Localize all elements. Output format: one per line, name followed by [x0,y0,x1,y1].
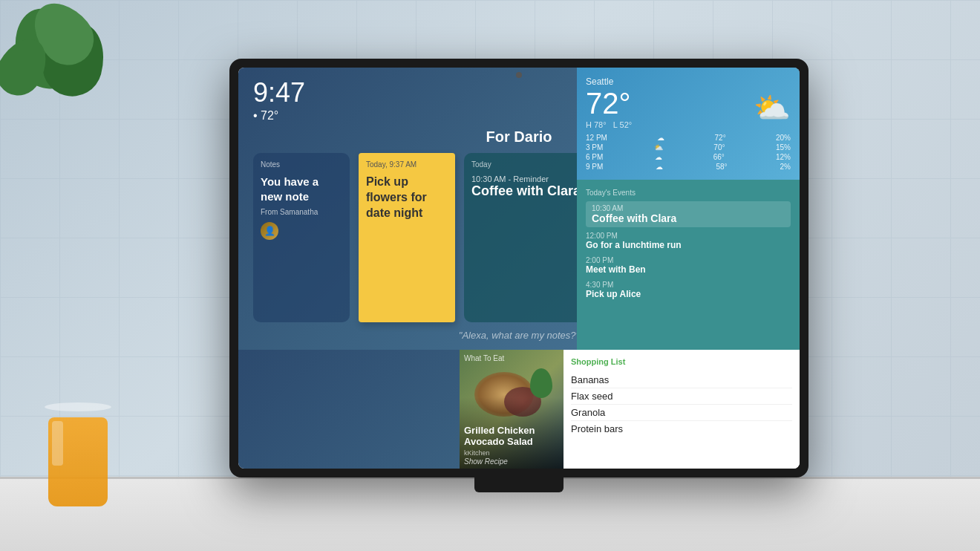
food-source: kKitchen [464,449,490,457]
weather-hourly-row: 12 PM☁72°20% [586,134,791,142]
note-title: You have a new note [261,175,342,203]
weather-hourly-row: 6 PM☁66°12% [586,153,791,161]
event-item: 2:00 PMMeet with Ben [586,256,791,275]
note-from: From Samanatha [261,208,342,216]
weather-hi-lo: H 78° L 52° [586,120,632,129]
temperature-display: • 72° [253,109,305,123]
event-item: 10:30 AMCoffee with Clara [586,201,791,227]
food-label: What To Eat [464,354,504,362]
tv-stand [474,477,564,492]
weather-hourly: 12 PM☁72°20%3 PM⛅70°15%6 PM☁66°12%9 PM☁5… [586,134,791,171]
time-weather: 9:47 • 72° [253,79,305,123]
event-item: 4:30 PMPick up Alice [586,281,791,299]
weather-hourly-row: 3 PM⛅70°15% [586,143,791,151]
shopping-item: Granola [571,405,792,421]
events-label: Today's Events [586,189,791,197]
tv-device: 9:47 • 72° 👤 Hi, Dario For Dari [229,59,808,492]
show-recipe-button[interactable]: Show Recipe [464,457,508,466]
sticky-date: Today, 9:37 AM [366,160,448,169]
plant-decoration [0,0,119,163]
shopping-item: Flax seed [571,388,792,405]
tv-screen: 9:47 • 72° 👤 Hi, Dario For Dari [238,68,800,469]
note-label: Notes [261,160,342,169]
events-widget[interactable]: Today's Events 10:30 AMCoffee with Clara… [577,180,800,350]
weather-temp-big: 72° [586,87,632,120]
right-panel: Seattle 72° H 78° L 52° ⛅ [577,68,800,350]
camera-dot [516,72,522,78]
weather-hourly-row: 9 PM☁58°2% [586,163,791,171]
event-item: 12:00 PMGo for a lunchtime run [586,232,791,250]
food-title: Grilled Chicken Avocado Salad [464,425,564,448]
shopping-item: Bananas [571,372,792,388]
juice-glass [45,402,111,506]
scene: 9:47 • 72° 👤 Hi, Dario For Dari [0,0,980,551]
clock-time: 9:47 [253,79,305,106]
shopping-item: Protein bars [571,421,792,437]
shopping-label: Shopping List [571,357,792,366]
note-avatar: 👤 [261,222,278,240]
note-card[interactable]: Notes You have a new note From Samanatha… [253,153,350,322]
shopping-list: Shopping List BananasFlax seedGranolaPro… [564,350,800,469]
weather-widget[interactable]: Seattle 72° H 78° L 52° ⛅ [577,68,800,180]
sticky-text: Pick up flowers for date night [366,175,448,221]
weather-city: Seattle [586,76,791,87]
food-card[interactable]: What To Eat Grilled Chicken Avocado Sala… [460,350,564,469]
sticky-note-card[interactable]: Today, 9:37 AM Pick up flowers for date … [359,153,455,322]
weather-icon: ⛅ [754,91,791,125]
